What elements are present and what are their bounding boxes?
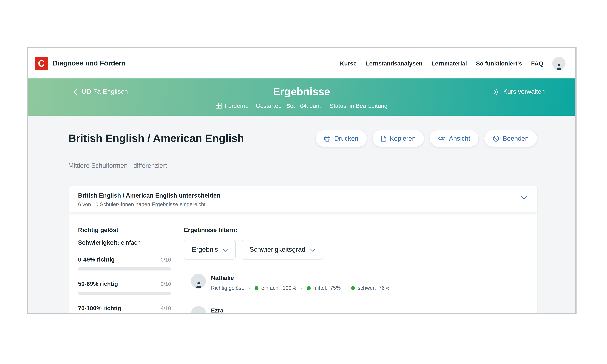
person-icon (194, 313, 203, 314)
app-window: C Diagnose und Fördern Kurse Lernstandsa… (27, 47, 577, 314)
nav-item-kurse[interactable]: Kurse (340, 60, 356, 67)
card-body: Richtig gelöst Schwierigkeit: einfach 0-… (69, 213, 537, 314)
page-subtitle: Mittlere Schulformen · differenziert (68, 162, 575, 169)
progress-track (78, 292, 171, 295)
result-label: mittel: (313, 285, 327, 291)
progress-track (78, 267, 171, 271)
user-avatar[interactable] (552, 57, 566, 70)
score-summary-heading: Richtig gelöst (78, 226, 171, 234)
nav-item-so-funktionierts[interactable]: So funktioniert's (476, 60, 522, 67)
filter-dropdown-ergebnis[interactable]: Ergebnis (184, 240, 236, 260)
end-label: Beenden (503, 135, 528, 142)
card-title: British English / American English unter… (78, 192, 510, 199)
chevron-down-icon (223, 248, 228, 252)
copy-icon (381, 135, 386, 142)
chevron-down-icon[interactable] (521, 196, 527, 200)
course-banner: UD-7a Englisch Ergebnisse Kurs verwalten (28, 78, 575, 116)
gear-icon (493, 88, 500, 95)
printer-icon (324, 135, 331, 142)
brand[interactable]: C Diagnose und Fördern (35, 57, 126, 70)
person-icon (555, 63, 563, 70)
logo-letter: C (38, 58, 45, 69)
nav-item-faq[interactable]: FAQ (531, 60, 543, 67)
dropdown-label: Schwierigkeitsgrad (250, 246, 305, 254)
started-prefix: Gestartet: (256, 102, 281, 109)
results-card: British English / American English unter… (69, 186, 537, 314)
person-icon (194, 280, 203, 288)
eye-icon (438, 136, 445, 141)
page-title: British English / American English (68, 132, 244, 145)
screenshot-canvas: C Diagnose und Fördern Kurse Lernstandsa… (0, 0, 607, 364)
banner-meta: Fordernd Gestartet:So.04. Jan. Status: i… (28, 102, 575, 109)
card-header[interactable]: British English / American English unter… (69, 186, 537, 213)
filter-dropdowns: Ergebnis Schwierigkeitsgrad (184, 240, 528, 260)
manage-course-link[interactable]: Kurs verwalten (493, 88, 545, 95)
filter-heading: Ergebnisse filtern: (184, 226, 528, 234)
started-day: So. (286, 102, 295, 109)
copy-label: Kopieren (390, 135, 416, 142)
band-value: 0/10 (161, 281, 171, 287)
nav-item-lernmaterial[interactable]: Lernmaterial (432, 60, 467, 67)
ban-icon (493, 135, 499, 142)
grid-icon (216, 103, 222, 109)
action-buttons: Drucken Kopieren Ans (316, 130, 537, 147)
chevron-left-icon (73, 88, 77, 95)
student-name: Nathalie (211, 273, 389, 281)
app-title: Diagnose und Fördern (53, 59, 126, 67)
student-list: Nathalie Richtig gelöst: einfach: 100% (184, 273, 528, 314)
score-summary: Richtig gelöst Schwierigkeit: einfach 0-… (78, 226, 171, 314)
view-label: Ansicht (449, 135, 470, 142)
print-label: Drucken (334, 135, 358, 142)
cornelsen-logo-icon: C (35, 57, 48, 70)
result-dot (255, 286, 259, 290)
status-badge: Status: in Bearbeitung (330, 102, 387, 109)
band-label: 0-49% richtig (78, 256, 115, 263)
result-dot (351, 286, 355, 290)
result-schwer: schwer: 76% (341, 285, 389, 291)
result-value: 76% (379, 285, 389, 291)
filter-dropdown-schwierigkeitsgrad[interactable]: Schwierigkeitsgrad (242, 240, 323, 260)
copy-button[interactable]: Kopieren (372, 130, 424, 147)
dropdown-label: Ergebnis (192, 246, 218, 254)
result-value: 75% (330, 285, 341, 291)
nav-item-lernstandsanalysen[interactable]: Lernstandsanalysen (366, 60, 422, 67)
difficulty-value: einfach (121, 239, 141, 246)
assignment-mode: Fordernd (216, 102, 249, 109)
score-band: 70-100% richtig 4/10 (78, 305, 171, 314)
title-row: British English / American English Druck… (68, 130, 537, 147)
chevron-down-icon (310, 248, 315, 252)
results-panel: Ergebnisse filtern: Ergebnis Schwierigke… (184, 226, 528, 314)
band-value: 4/10 (161, 305, 171, 311)
view-button[interactable]: Ansicht (429, 130, 479, 147)
student-info: Nathalie Richtig gelöst: einfach: 100% (211, 273, 389, 291)
score-band: 50-69% richtig 0/10 (78, 280, 171, 295)
student-avatar (191, 306, 206, 314)
result-label: einfach: (261, 285, 280, 291)
student-row[interactable]: Ezra Richtig gelöst: einfach: 91% (191, 298, 529, 314)
student-avatar (191, 273, 206, 288)
mode-label: Fordernd (225, 102, 249, 109)
band-label: 70-100% richtig (78, 305, 121, 312)
result-dot (307, 286, 311, 290)
difficulty-label: Schwierigkeit: (78, 239, 119, 246)
banner-row-main: UD-7a Englisch Ergebnisse Kurs verwalten (28, 85, 575, 99)
top-nav: Kurse Lernstandsanalysen Lernmaterial So… (340, 57, 566, 70)
student-row[interactable]: Nathalie Richtig gelöst: einfach: 100% (191, 273, 529, 298)
result-einfach: einfach: 100% (244, 285, 296, 291)
band-label: 50-69% richtig (78, 280, 118, 287)
score-band: 0-49% richtig 0/10 (78, 256, 171, 271)
print-button[interactable]: Drucken (316, 130, 367, 147)
student-name: Ezra (211, 306, 371, 314)
card-subtitle: 6 von 10 Schüler/-innen haben Ergebnisse… (78, 202, 510, 208)
end-button[interactable]: Beenden (484, 130, 537, 147)
back-link[interactable]: UD-7a Englisch (73, 88, 128, 96)
main-content: British English / American English Druck… (28, 116, 575, 314)
manage-label: Kurs verwalten (503, 88, 545, 95)
results-prefix: Richtig gelöst: (211, 285, 244, 291)
result-mittel: mittel: 75% (296, 285, 341, 291)
result-value: 100% (283, 285, 296, 291)
started-date-value: 04. Jan. (300, 102, 321, 109)
student-info: Ezra Richtig gelöst: einfach: 91% (211, 306, 371, 314)
student-results: Richtig gelöst: einfach: 100% (211, 285, 389, 291)
result-label: schwer: (358, 285, 376, 291)
